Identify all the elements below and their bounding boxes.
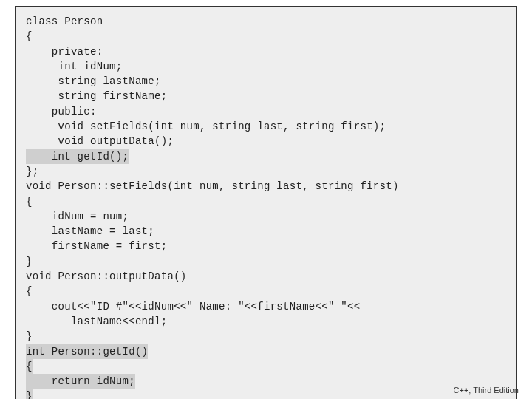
code-line: firstName = first; [26,239,506,253]
code-line: string firstName; [26,89,506,103]
code-line: { [26,29,506,44]
code-line-highlight: } [26,389,506,399]
code-line: string lastName; [26,74,506,89]
code-line: idNum = num; [26,209,506,224]
code-line: { [26,284,506,299]
code-line: void outputData(); [26,134,506,149]
code-line-highlight: int getId(); [26,149,506,164]
code-line: } [26,329,506,344]
code-line: void setFields(int num, string last, str… [26,119,506,134]
code-line-highlight: { [26,359,506,374]
code-line: void Person::setFields(int num, string l… [26,179,506,194]
code-line: }; [26,164,506,179]
code-line: lastName = last; [26,224,506,239]
code-line: int idNum; [26,59,506,74]
footer-fragment: C++, Third Edition [454,386,519,395]
code-line-highlight: return idNum; [26,374,506,389]
code-line: cout<<"ID #"<<idNum<<" Name: "<<firstNam… [26,299,506,314]
code-line: private: [26,44,506,59]
code-line: public: [26,104,506,119]
code-line: class Person [26,14,506,29]
code-line-highlight: int Person::getId() [26,344,506,359]
code-line: } [26,254,506,269]
code-line: { [26,194,506,209]
code-box: class Person { private: int idNum; strin… [15,6,517,399]
code-line: void Person::outputData() [26,269,506,284]
code-line: lastName<<endl; [26,314,506,329]
